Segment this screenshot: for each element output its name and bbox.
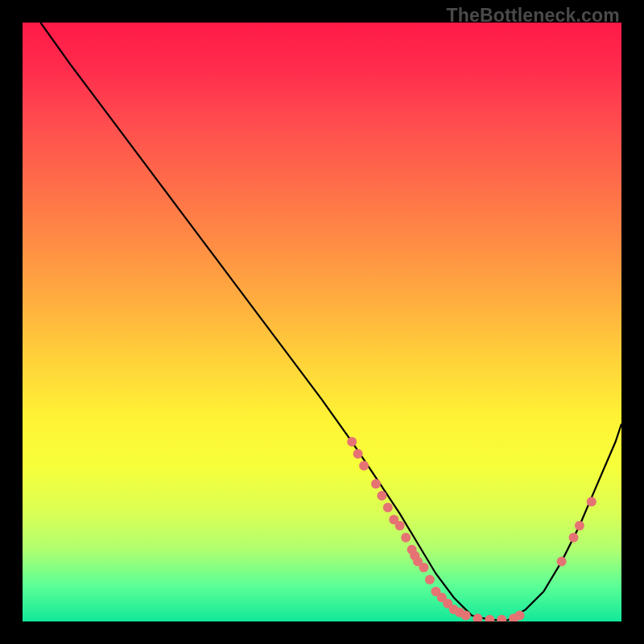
- data-points-group: [347, 437, 597, 621]
- data-point: [419, 563, 429, 572]
- data-point: [383, 503, 393, 513]
- data-point: [401, 533, 411, 543]
- curve-line: [40, 23, 621, 621]
- data-point: [359, 461, 369, 471]
- data-point: [575, 521, 584, 530]
- chart-plot-area: [23, 23, 621, 621]
- chart-svg: [23, 23, 621, 621]
- data-point: [395, 521, 405, 530]
- data-point: [353, 449, 363, 459]
- data-point: [473, 613, 482, 621]
- data-point: [347, 437, 357, 447]
- data-point: [377, 491, 386, 501]
- data-point: [569, 533, 579, 543]
- data-point: [515, 611, 525, 621]
- data-point: [497, 615, 506, 621]
- data-point: [461, 611, 471, 621]
- data-point: [557, 557, 567, 567]
- data-point: [425, 575, 435, 584]
- data-point: [587, 497, 597, 506]
- watermark-text: TheBottleneck.com: [446, 5, 620, 27]
- data-point: [485, 615, 494, 621]
- data-point: [371, 479, 381, 489]
